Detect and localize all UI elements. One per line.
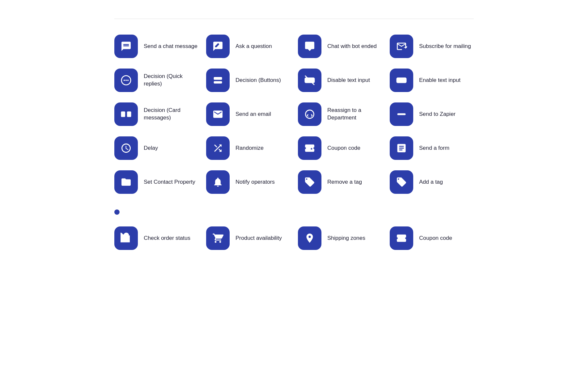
action-item-ask-a-question[interactable]: Ask a question (206, 35, 290, 58)
action-item-check-order-status[interactable]: Check order status (114, 226, 198, 250)
action-item-send-an-email[interactable]: Send an email (206, 102, 290, 126)
actions-grid: Send a chat messageAsk a questionChat wi… (114, 35, 474, 194)
svg-rect-10 (121, 112, 125, 117)
action-icon-subscribe-for-mailing (390, 35, 413, 58)
action-label-check-order-status: Check order status (144, 235, 190, 242)
svg-rect-9 (398, 79, 400, 81)
action-label-remove-a-tag: Remove a tag (327, 178, 362, 186)
svg-point-3 (127, 80, 129, 81)
action-item-decision-buttons[interactable]: Decision (Buttons) (206, 69, 290, 92)
action-label-decision-buttons: Decision (Buttons) (236, 77, 281, 84)
action-icon-notify-operators (206, 170, 230, 194)
action-label-decision-quick-replies: Decision (Quick replies) (144, 73, 198, 88)
action-item-remove-a-tag[interactable]: Remove a tag (298, 170, 382, 194)
svg-rect-4 (214, 77, 222, 80)
action-icon-remove-a-tag (298, 170, 321, 194)
action-item-add-a-tag[interactable]: Add a tag (390, 170, 474, 194)
action-icon-shipping-zones (298, 226, 321, 250)
action-icon-decision-card-messages (114, 102, 138, 126)
action-icon-disable-text-input (298, 69, 321, 92)
action-icon-send-chat-message (114, 35, 138, 58)
action-item-product-availability[interactable]: Product availability (206, 226, 290, 250)
action-item-reassign-to-department[interactable]: Reassign to a Department (298, 102, 382, 126)
action-item-chat-with-bot-ended[interactable]: Chat with bot ended (298, 35, 382, 58)
shopify-section-title (114, 209, 474, 215)
action-icon-enable-text-input (390, 69, 413, 92)
svg-rect-12 (397, 113, 406, 115)
action-item-decision-quick-replies[interactable]: Decision (Quick replies) (114, 69, 198, 92)
action-icon-delay (114, 136, 138, 160)
action-item-disable-text-input[interactable]: Disable text input (298, 69, 382, 92)
action-item-send-a-form[interactable]: Send a form (390, 136, 474, 160)
action-item-coupon-code[interactable]: Coupon code (298, 136, 382, 160)
shopify-grid: Check order statusProduct availabilitySh… (114, 226, 474, 250)
action-icon-ask-a-question (206, 35, 230, 58)
action-item-send-chat-message[interactable]: Send a chat message (114, 35, 198, 58)
action-icon-add-a-tag (390, 170, 413, 194)
action-label-reassign-to-department: Reassign to a Department (327, 107, 382, 122)
action-item-set-contact-property[interactable]: Set Contact Property (114, 170, 198, 194)
action-item-subscribe-for-mailing[interactable]: Subscribe for mailing (390, 35, 474, 58)
action-icon-check-order-status (114, 226, 138, 250)
svg-rect-11 (127, 112, 131, 117)
action-icon-product-availability (206, 226, 230, 250)
action-label-disable-text-input: Disable text input (327, 77, 370, 84)
action-label-notify-operators: Notify operators (236, 178, 275, 186)
action-label-product-availability: Product availability (236, 235, 282, 242)
svg-rect-5 (214, 81, 222, 84)
action-icon-decision-quick-replies (114, 69, 138, 92)
action-icon-set-contact-property (114, 170, 138, 194)
action-icon-coupon-code (298, 136, 321, 160)
action-icon-decision-buttons (206, 69, 230, 92)
action-label-shipping-zones: Shipping zones (327, 235, 365, 242)
tabs-bar (114, 13, 474, 19)
svg-point-1 (123, 80, 125, 81)
action-label-send-a-form: Send a form (419, 145, 449, 152)
action-label-subscribe-for-mailing: Subscribe for mailing (419, 43, 471, 50)
action-item-enable-text-input[interactable]: Enable text input (390, 69, 474, 92)
action-icon-send-an-email (206, 102, 230, 126)
action-label-decision-card-messages: Decision (Card messages) (144, 107, 198, 122)
action-label-set-contact-property: Set Contact Property (144, 178, 195, 186)
action-label-send-an-email: Send an email (236, 111, 271, 118)
svg-point-2 (125, 80, 127, 81)
action-label-enable-text-input: Enable text input (419, 77, 461, 84)
action-item-notify-operators[interactable]: Notify operators (206, 170, 290, 194)
action-label-add-a-tag: Add a tag (419, 178, 443, 186)
action-item-decision-card-messages[interactable]: Decision (Card messages) (114, 102, 198, 126)
action-label-send-to-zapier: Send to Zapier (419, 111, 456, 118)
action-item-shipping-zones[interactable]: Shipping zones (298, 226, 382, 250)
shopify-dot (114, 209, 120, 215)
main-container: Send a chat messageAsk a questionChat wi… (114, 13, 474, 250)
action-icon-randomize (206, 136, 230, 160)
action-label-ask-a-question: Ask a question (236, 43, 272, 50)
action-item-shopify-coupon[interactable]: Coupon code (390, 226, 474, 250)
action-item-send-to-zapier[interactable]: Send to Zapier (390, 102, 474, 126)
action-icon-send-a-form (390, 136, 413, 160)
action-label-chat-with-bot-ended: Chat with bot ended (327, 43, 377, 50)
action-icon-send-to-zapier (390, 102, 413, 126)
action-label-shopify-coupon: Coupon code (419, 235, 452, 242)
action-label-coupon-code: Coupon code (327, 145, 360, 152)
action-label-delay: Delay (144, 145, 158, 152)
action-item-delay[interactable]: Delay (114, 136, 198, 160)
action-label-send-chat-message: Send a chat message (144, 43, 197, 50)
action-item-randomize[interactable]: Randomize (206, 136, 290, 160)
action-icon-reassign-to-department (298, 102, 321, 126)
action-icon-shopify-coupon (390, 226, 413, 250)
action-icon-chat-with-bot-ended (298, 35, 321, 58)
action-label-randomize: Randomize (236, 145, 264, 152)
